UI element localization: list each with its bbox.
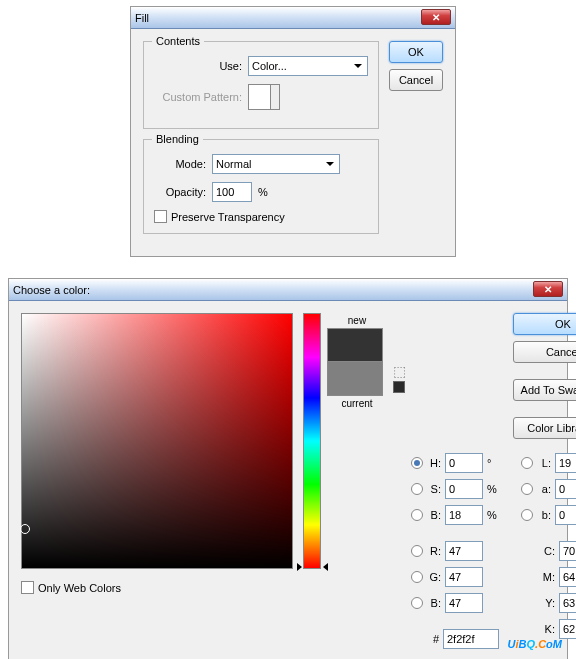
- c-input[interactable]: [559, 541, 576, 561]
- pattern-swatch: [248, 84, 280, 110]
- pattern-label: Custom Pattern:: [154, 91, 242, 103]
- radio-l[interactable]: [521, 457, 533, 469]
- hue-indicator-left-icon: [297, 563, 302, 571]
- cp-titlebar: Choose a color:: [9, 279, 567, 301]
- hue-slider[interactable]: [303, 313, 321, 569]
- radio-s[interactable]: [411, 483, 423, 495]
- r-label: R:: [427, 545, 441, 557]
- s-label: S:: [427, 483, 441, 495]
- warning-swatch[interactable]: [393, 381, 405, 393]
- color-picker-dialog: Choose a color: new: [8, 278, 568, 659]
- h-label: H:: [427, 457, 441, 469]
- current-color-swatch[interactable]: [327, 362, 383, 396]
- use-select[interactable]: Color...: [248, 56, 368, 76]
- s-input[interactable]: [445, 479, 483, 499]
- cube-icon[interactable]: ⬚: [393, 363, 411, 379]
- g-input[interactable]: [445, 567, 483, 587]
- cancel-button[interactable]: Cancel: [389, 69, 443, 91]
- opacity-unit: %: [258, 186, 268, 198]
- fill-dialog: Fill Contents Use: Color... Custom Patte…: [130, 6, 456, 257]
- h-input[interactable]: [445, 453, 483, 473]
- bv-label: B:: [427, 509, 441, 521]
- bv-input[interactable]: [445, 505, 483, 525]
- new-label: new: [327, 315, 387, 326]
- use-label: Use:: [154, 60, 242, 72]
- current-label: current: [327, 398, 387, 409]
- opacity-input[interactable]: [212, 182, 252, 202]
- radio-b[interactable]: [521, 509, 533, 521]
- ok-button[interactable]: OK: [513, 313, 576, 335]
- b2-input[interactable]: [555, 505, 576, 525]
- close-icon[interactable]: [421, 9, 451, 25]
- opacity-label: Opacity:: [154, 186, 206, 198]
- preserve-transparency-checkbox[interactable]: Preserve Transparency: [154, 210, 368, 223]
- y-input[interactable]: [559, 593, 576, 613]
- checkbox-icon: [154, 210, 167, 223]
- close-icon[interactable]: [533, 281, 563, 297]
- y-label: Y:: [541, 597, 555, 609]
- l-label: L:: [537, 457, 551, 469]
- color-libraries-button[interactable]: Color Libraries: [513, 417, 576, 439]
- mode-label: Mode:: [154, 158, 206, 170]
- r-input[interactable]: [445, 541, 483, 561]
- fill-title: Fill: [135, 12, 149, 24]
- fill-titlebar: Fill: [131, 7, 455, 29]
- add-to-swatches-button[interactable]: Add To Swatches: [513, 379, 576, 401]
- mode-select[interactable]: Normal: [212, 154, 340, 174]
- new-color-swatch: [327, 328, 383, 362]
- radio-r[interactable]: [411, 545, 423, 557]
- blending-group: Blending Mode: Normal Opacity: % Preserv…: [143, 139, 379, 234]
- ok-button[interactable]: OK: [389, 41, 443, 63]
- radio-g[interactable]: [411, 571, 423, 583]
- a-input[interactable]: [555, 479, 576, 499]
- only-web-colors-checkbox[interactable]: Only Web Colors: [21, 581, 411, 594]
- radio-a[interactable]: [521, 483, 533, 495]
- a-label: a:: [537, 483, 551, 495]
- contents-legend: Contents: [152, 35, 204, 47]
- hex-input[interactable]: [443, 629, 499, 649]
- fill-body: Contents Use: Color... Custom Pattern: B…: [131, 29, 455, 256]
- radio-bb[interactable]: [411, 597, 423, 609]
- b2-label: b:: [537, 509, 551, 521]
- watermark: UiBQ.CoM: [508, 632, 562, 653]
- m-label: M:: [541, 571, 555, 583]
- g-label: G:: [427, 571, 441, 583]
- picker-cursor-icon: [20, 524, 30, 534]
- bb-label: B:: [427, 597, 441, 609]
- cancel-button[interactable]: Cancel: [513, 341, 576, 363]
- hex-label: #: [411, 633, 439, 645]
- saturation-value-field[interactable]: [21, 313, 293, 569]
- new-current-swatches: new current: [327, 313, 387, 569]
- cp-title: Choose a color:: [13, 284, 90, 296]
- radio-h[interactable]: [411, 457, 423, 469]
- bb-input[interactable]: [445, 593, 483, 613]
- only-web-label: Only Web Colors: [38, 582, 121, 594]
- color-fields: H:° S:% B:% R: G: B: # L: a: b: C:% M:%: [411, 453, 576, 649]
- contents-group: Contents Use: Color... Custom Pattern:: [143, 41, 379, 129]
- radio-bv[interactable]: [411, 509, 423, 521]
- checkbox-icon: [21, 581, 34, 594]
- preserve-label: Preserve Transparency: [171, 211, 285, 223]
- cp-body: new current ⬚ Only Web Colors: [9, 301, 567, 659]
- c-label: C:: [541, 545, 555, 557]
- hue-indicator-right-icon: [323, 563, 328, 571]
- l-input[interactable]: [555, 453, 576, 473]
- blending-legend: Blending: [152, 133, 203, 145]
- m-input[interactable]: [559, 567, 576, 587]
